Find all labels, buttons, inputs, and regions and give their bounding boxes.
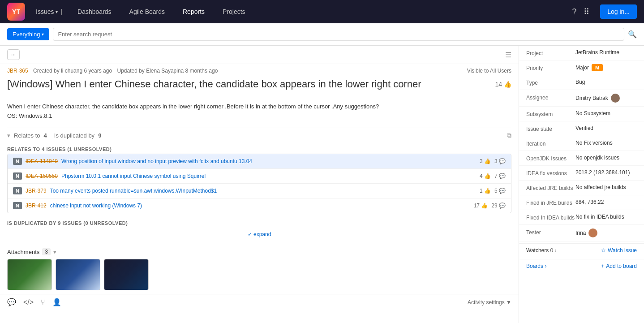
field-value-project: JetBrains Runtime	[575, 49, 637, 56]
search-bar: Everything ▾ 🔍	[0, 23, 644, 46]
comment-icon[interactable]: 💬	[7, 298, 16, 306]
relation-item[interactable]: N JBR-412 chinese input not working (Win…	[8, 198, 511, 213]
search-input[interactable]	[53, 28, 624, 41]
relation-comments: 7 💬	[494, 173, 506, 179]
issue-header: JBR-365 Created by li chuang 6 years ago…	[0, 64, 519, 99]
attachments-section: Attachments 3 ▾	[0, 245, 519, 294]
watch-issue-button[interactable]: ☆ Watch issue	[601, 247, 637, 254]
code-icon[interactable]: </>	[23, 298, 34, 306]
watchers-expand-icon[interactable]: ›	[555, 247, 557, 254]
relation-title[interactable]: Phpstorm 10.0.1 cannot input Chinese sym…	[61, 173, 476, 179]
vote-count[interactable]: 14 👍	[495, 80, 511, 89]
boards-label[interactable]: Boards ›	[526, 263, 546, 269]
field-label-project: Project	[526, 49, 575, 56]
relates-label: Relates to	[14, 132, 40, 139]
app-logo[interactable]: YT	[7, 3, 25, 21]
more-options-button[interactable]: ···	[7, 49, 20, 60]
issues-chevron-icon: ▾	[56, 9, 58, 14]
attachments-label: Attachments	[7, 249, 39, 255]
field-label-fixed-jre: Fixed in JRE builds	[526, 199, 575, 206]
field-label-assignee: Assignee	[526, 94, 575, 101]
field-issue-state: Issue state Verified	[519, 121, 644, 136]
relation-item[interactable]: N IDEA-150550 Phpstorm 10.0.1 cannot inp…	[8, 169, 511, 184]
thumbnail-1[interactable]	[7, 259, 52, 290]
relation-votes: 17 👍	[474, 202, 488, 209]
priority-badge: M	[592, 64, 603, 71]
issue-description: When I enter Chinese character, the cand…	[0, 99, 519, 128]
relation-title[interactable]: Too many events posted runnable=sun.awt.…	[50, 188, 476, 194]
field-project: Project JetBrains Runtime	[519, 46, 644, 60]
status-badge: N	[13, 172, 22, 180]
login-button[interactable]: Log in...	[600, 4, 637, 19]
expand-button[interactable]: ✓ expand	[7, 228, 511, 241]
field-value-tester: Irina	[575, 228, 637, 237]
field-label-fixed-idea: Fixed In IDEA builds	[526, 214, 575, 221]
issue-title-text: [Windows] When I enter Chinese character…	[7, 78, 491, 91]
issue-id[interactable]: JBR-365	[7, 68, 28, 74]
relation-id: JBR-379	[26, 188, 47, 194]
field-type: Type Bug	[519, 75, 644, 90]
field-value-priority: Major M	[575, 64, 637, 71]
relation-title[interactable]: Wrong position of input window and no in…	[61, 158, 476, 164]
activity-settings-label[interactable]: Activity settings ▼	[468, 299, 511, 306]
relation-comments: 3 💬	[494, 158, 506, 164]
issue-meta-left: JBR-365 Created by li chuang 6 years ago…	[7, 68, 218, 74]
field-assignee: Assignee Dmitry Batrak	[519, 90, 644, 107]
copy-link-icon[interactable]: ⧉	[507, 132, 511, 139]
duplicated-label: Is duplicated by	[54, 132, 94, 139]
field-label-affected-jre: Affected JRE builds	[526, 184, 575, 191]
field-value-fixed-idea: No fix in IDEA builds	[575, 214, 637, 220]
field-value-idea-fix-versions: 2018.2 (182.3684.101)	[575, 169, 637, 176]
nav-issues[interactable]: Issues ▾ |	[36, 8, 63, 15]
everything-dropdown-button[interactable]: Everything ▾	[7, 28, 49, 40]
field-value-openjdk: No openjdk issues	[575, 155, 637, 161]
issue-sidebar: Project JetBrains Runtime Priority Major…	[519, 46, 644, 323]
issue-updated-text: Updated by Elena Sayapina 8 months ago	[117, 68, 218, 74]
attachments-dropdown-icon[interactable]: ▾	[53, 249, 56, 255]
field-fixed-jre: Fixed in JRE builds 884, 736.22	[519, 195, 644, 210]
relation-item[interactable]: N JBR-379 Too many events posted runnabl…	[8, 184, 511, 198]
field-value-affected-jre: No affected jre builds	[575, 184, 637, 190]
description-line2: OS: Windows.8.1	[7, 112, 511, 121]
nav-agile-boards[interactable]: Agile Boards	[126, 6, 168, 17]
app-header: YT Issues ▾ | Dashboards Agile Boards Re…	[0, 0, 644, 23]
field-value-fixed-jre: 884, 736.22	[575, 199, 637, 205]
relation-id: IDEA-114040	[26, 158, 58, 164]
relation-title[interactable]: chinese input not working (Windows 7)	[50, 202, 470, 209]
toolbar-left: ···	[7, 49, 20, 60]
star-icon: ☆	[601, 247, 606, 254]
field-label-issue-state: Issue state	[526, 125, 575, 132]
nav-projects[interactable]: Projects	[219, 6, 249, 17]
add-to-board-button[interactable]: + Add to board	[601, 263, 637, 269]
relation-item[interactable]: N IDEA-114040 Wrong position of input wi…	[8, 154, 511, 169]
field-priority: Priority Major M	[519, 60, 644, 75]
field-affected-jre: Affected JRE builds No affected jre buil…	[519, 181, 644, 195]
status-badge: N	[13, 158, 22, 165]
relations-collapse-icon[interactable]: ▾	[7, 132, 10, 139]
issue-created-text: Created by li chuang 6 years ago	[33, 68, 112, 74]
nav-dashboards[interactable]: Dashboards	[74, 6, 115, 17]
user-icon[interactable]: 👤	[52, 298, 61, 306]
bottom-bar: 💬 </> ⑂ 👤 Activity settings ▼	[0, 294, 519, 310]
field-label-type: Type	[526, 79, 575, 86]
thumbnail-2[interactable]	[56, 259, 100, 290]
branch-icon[interactable]: ⑂	[41, 298, 45, 306]
field-openjdk: OpenJDK Issues No openjdk issues	[519, 151, 644, 166]
relation-votes: 1 👍	[480, 188, 491, 194]
relations-section: ▾ Relates to 4 Is duplicated by 9 ⧉ RELA…	[0, 128, 519, 245]
field-value-subsystem: No Subsystem	[575, 110, 637, 116]
help-icon[interactable]: ?	[572, 7, 576, 17]
grid-icon[interactable]: ⠿	[584, 7, 589, 17]
field-label-idea-fix-versions: IDEA fix versions	[526, 169, 575, 177]
search-submit-button[interactable]: 🔍	[628, 30, 637, 39]
status-badge: N	[13, 202, 22, 209]
field-label-tester: Tester	[526, 228, 575, 236]
issue-title-container: [Windows] When I enter Chinese character…	[7, 78, 511, 91]
duplicated-header: IS DUPLICATED BY 9 ISSUES (0 UNRESOLVED)	[7, 217, 511, 228]
toolbar-menu-icon[interactable]: ☰	[505, 51, 511, 59]
field-tester: Tester Irina	[519, 225, 644, 241]
issue-meta: JBR-365 Created by li chuang 6 years ago…	[7, 68, 511, 74]
thumbnail-3[interactable]	[104, 259, 149, 290]
field-label-priority: Priority	[526, 64, 575, 71]
nav-reports[interactable]: Reports	[179, 6, 208, 17]
